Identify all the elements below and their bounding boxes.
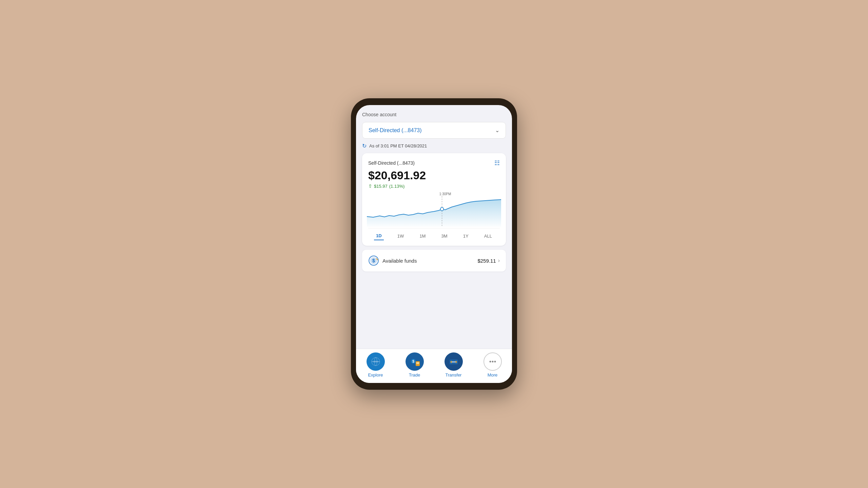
choose-account-label: Choose account — [362, 112, 506, 117]
svg-point-19 — [492, 361, 493, 363]
period-1w[interactable]: 1W — [395, 232, 406, 240]
funds-right: $259.11 › — [477, 258, 500, 264]
transfer-icon-circle — [445, 352, 463, 371]
screen-content: Choose account Self-Directed (...8473) ⌄… — [356, 105, 512, 349]
balance-change: ⇧ $15.97 (1.13%) — [368, 183, 500, 189]
trade-icon: $ — [409, 356, 420, 367]
explore-icon-circle — [367, 352, 385, 371]
funds-amount: $259.11 — [477, 258, 496, 264]
chart-container: 1:30PM — [367, 193, 501, 227]
card-account-name: Self-Directed (...8473) — [368, 160, 415, 166]
account-selector[interactable]: Self-Directed (...8473) ⌄ — [362, 122, 506, 139]
more-icon — [488, 357, 498, 367]
nav-trade[interactable]: $ Trade — [395, 352, 434, 378]
trade-icon-circle: $ — [406, 352, 424, 371]
account-selector-text: Self-Directed (...8473) — [369, 127, 422, 134]
nav-transfer-label: Transfer — [446, 372, 462, 378]
svg-text:$: $ — [372, 258, 375, 263]
funds-icon: $ — [368, 255, 379, 266]
balance-amount: $20,691.92 — [368, 169, 500, 182]
chart-time-label: 1:30PM — [439, 192, 451, 196]
change-percent: (1.13%) — [389, 184, 405, 189]
period-1m[interactable]: 1M — [417, 232, 428, 240]
change-amount: $15.97 — [374, 184, 388, 189]
chevron-down-icon: ⌄ — [495, 127, 499, 134]
period-1y[interactable]: 1Y — [461, 232, 471, 240]
time-periods: 1D 1W 1M 3M 1Y ALL — [368, 228, 500, 242]
arrow-up-icon: ⇧ — [368, 183, 372, 189]
chart-area — [367, 200, 501, 227]
svg-point-18 — [489, 361, 491, 363]
funds-left: $ Available funds — [368, 255, 417, 266]
card-header: Self-Directed (...8473) ☷ — [368, 159, 500, 167]
nav-transfer[interactable]: Transfer — [434, 352, 473, 378]
svg-text:$: $ — [412, 360, 414, 363]
funds-label: Available funds — [382, 258, 417, 264]
explore-icon — [371, 357, 381, 367]
chart-dot — [440, 207, 443, 211]
svg-point-20 — [494, 361, 496, 363]
timestamp-text: As of 3:01 PM ET 04/28/2021 — [369, 143, 427, 148]
available-funds-row[interactable]: $ Available funds $259.11 › — [362, 250, 506, 271]
nav-explore[interactable]: Explore — [356, 352, 395, 378]
period-all[interactable]: ALL — [482, 232, 494, 240]
account-card: Self-Directed (...8473) ☷ $20,691.92 ⇧ $… — [362, 153, 506, 246]
period-1d[interactable]: 1D — [374, 232, 384, 240]
period-3m[interactable]: 3M — [439, 232, 450, 240]
transfer-icon — [448, 356, 459, 367]
timestamp-row: ↻ As of 3:01 PM ET 04/28/2021 — [362, 143, 506, 149]
refresh-icon[interactable]: ↻ — [362, 143, 367, 149]
bottom-nav: Explore $ Trade — [356, 349, 512, 383]
nav-trade-label: Trade — [409, 372, 420, 378]
list-menu-icon[interactable]: ☷ — [494, 159, 500, 167]
chart-svg — [367, 193, 501, 227]
nav-more-label: More — [488, 372, 498, 378]
chevron-right-icon: › — [498, 258, 500, 264]
phone-screen: Choose account Self-Directed (...8473) ⌄… — [356, 105, 512, 383]
nav-explore-label: Explore — [368, 372, 383, 378]
phone-frame: Choose account Self-Directed (...8473) ⌄… — [351, 98, 517, 390]
more-icon-circle — [484, 352, 502, 371]
nav-more[interactable]: More — [473, 352, 512, 378]
